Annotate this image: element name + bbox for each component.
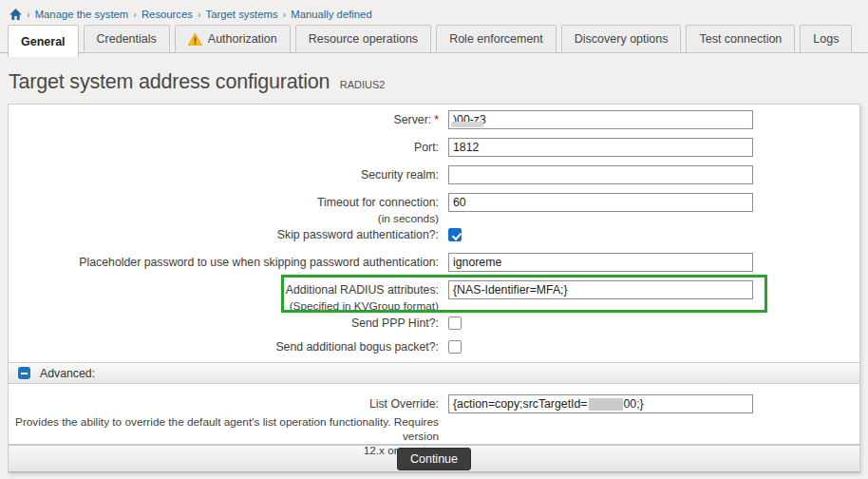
- breadcrumb-link-resources[interactable]: Resources: [142, 9, 193, 20]
- send-ppp-hint-checkbox[interactable]: [448, 316, 462, 330]
- breadcrumb-link-target-systems[interactable]: Target systems: [206, 9, 278, 20]
- target-system-name: RADIUS2: [340, 79, 386, 90]
- field-label-timeout: Timeout for connection:: [317, 196, 439, 209]
- form-row-list-override: List Override: Provides the ability to o…: [9, 384, 859, 445]
- form-row-server: Server:*: [9, 110, 859, 129]
- form-row-send-ppp-hint: Send PPP Hint?:: [9, 316, 859, 331]
- advanced-section-header[interactable]: Advanced:: [9, 362, 859, 384]
- placeholder-password-input[interactable]: [448, 253, 753, 272]
- breadcrumb-separator: ›: [283, 9, 287, 20]
- tab-discovery-options[interactable]: Discovery options: [561, 25, 682, 53]
- field-label-server: Server:: [394, 113, 432, 126]
- field-label-send-ppp-hint: Send PPP Hint?:: [351, 316, 439, 330]
- skip-password-auth-checkbox[interactable]: [448, 228, 462, 241]
- send-bogus-packet-checkbox[interactable]: [448, 340, 462, 354]
- advanced-label: Advanced:: [40, 367, 95, 380]
- redaction-patch: [451, 122, 483, 127]
- collapse-minus-icon[interactable]: [18, 367, 30, 379]
- tab-credentials[interactable]: Credentials: [84, 25, 170, 53]
- tab-authorization[interactable]: Authorization: [175, 25, 291, 53]
- tab-role-enforcement[interactable]: Role enforcement: [436, 25, 557, 53]
- radius-attributes-input[interactable]: [448, 280, 753, 299]
- field-label-security-realm: Security realm:: [361, 168, 439, 182]
- tab-bar: General Credentials Authorization Resour…: [0, 25, 868, 57]
- tab-general[interactable]: General: [8, 25, 79, 57]
- port-input[interactable]: [448, 138, 753, 157]
- form-row-port: Port:: [9, 138, 859, 157]
- form-row-send-bogus-packet: Send additional bogus packet?:: [9, 339, 859, 354]
- timeout-input[interactable]: [448, 193, 753, 212]
- field-label-list-override: List Override:: [369, 397, 439, 411]
- continue-button[interactable]: Continue: [397, 448, 471, 470]
- breadcrumb-link-manually-defined[interactable]: Manually defined: [291, 9, 371, 20]
- breadcrumb-separator: ›: [133, 9, 137, 20]
- form-row-placeholder-password: Placeholder password to use when skippin…: [9, 253, 859, 272]
- security-realm-input[interactable]: [448, 165, 753, 184]
- list-override-description: Provides the ability to override the def…: [9, 415, 439, 459]
- form-row-security-realm: Security realm:: [9, 165, 859, 184]
- form-row-radius-attributes: Additional RADIUS attributes: (Specified…: [9, 280, 859, 299]
- form-rows: Server:* Port: Security realm: Timeout f…: [9, 105, 859, 362]
- breadcrumb-separator: ›: [198, 9, 201, 20]
- breadcrumb-link-manage-the-system[interactable]: Manage the system: [35, 9, 129, 20]
- field-label-radius-attributes: Additional RADIUS attributes:: [286, 283, 439, 297]
- field-label-send-bogus-packet: Send additional bogus packet?:: [275, 340, 439, 354]
- server-input[interactable]: [448, 110, 753, 129]
- tab-logs[interactable]: Logs: [800, 25, 852, 53]
- page-title: Target system address configuration RADI…: [9, 70, 868, 94]
- field-sublabel-radius-attributes: (Specified in KVGroup format): [9, 299, 439, 313]
- tab-test-connection[interactable]: Test connection: [686, 25, 795, 53]
- home-icon[interactable]: [9, 9, 22, 20]
- field-sublabel-timeout: (in seconds): [9, 212, 439, 225]
- required-asterisk: *: [434, 113, 439, 126]
- field-label-port: Port:: [414, 141, 439, 154]
- form-row-timeout: Timeout for connection: (in seconds): [9, 193, 859, 212]
- field-label-skip-password-auth: Skip password authentication?:: [277, 228, 439, 241]
- field-label-placeholder-password: Placeholder password to use when skippin…: [79, 256, 439, 269]
- breadcrumb: › Manage the system › Resources › Target…: [0, 0, 868, 23]
- form-row-skip-password-auth: Skip password authentication?:: [9, 227, 859, 242]
- redaction-patch: [589, 398, 623, 411]
- list-override-input[interactable]: {action=copy;srcTargetId=00;}: [448, 394, 753, 413]
- form-panel: Server:* Port: Security realm: Timeout f…: [8, 104, 860, 473]
- tab-resource-operations[interactable]: Resource operations: [295, 25, 431, 53]
- breadcrumb-separator: ›: [27, 9, 30, 20]
- warning-icon: [188, 33, 202, 46]
